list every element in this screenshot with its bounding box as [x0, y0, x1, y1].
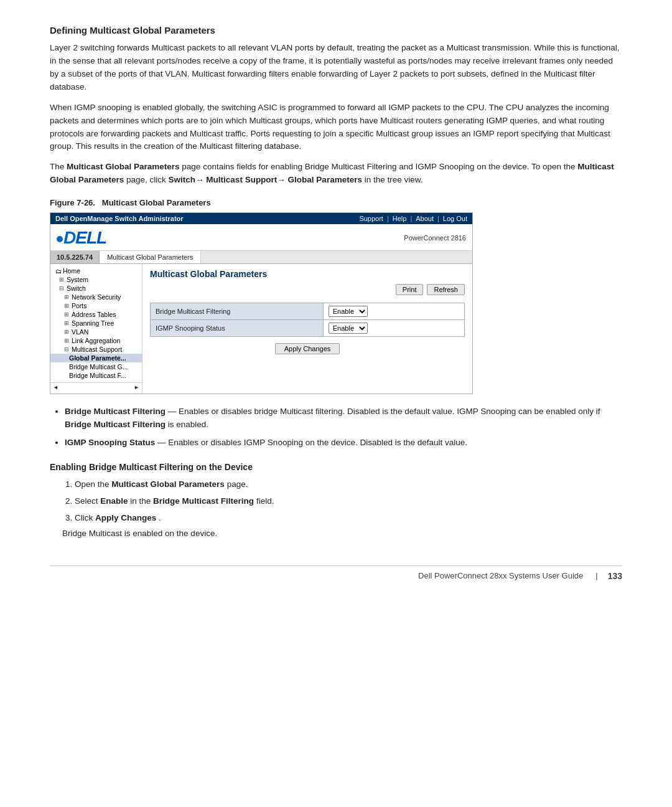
sidebar-label-link-aggregation: Link Aggregation — [72, 337, 120, 344]
powerconnect-label: PowerConnect 2816 — [404, 234, 466, 242]
sidebar-item-bridge-multicast-g[interactable]: Bridge Multicast G... — [50, 362, 142, 371]
form-value-bridge-multicast[interactable]: Enable Disable — [323, 303, 464, 320]
tab-bar: 10.5.225.74 Multicast Global Parameters — [50, 251, 472, 264]
top-bar-support[interactable]: Support — [359, 215, 383, 222]
sidebar-item-bridge-multicast-f[interactable]: Bridge Multicast F... — [50, 371, 142, 380]
bullet-list: Bridge Multicast Filtering — Enables or … — [65, 405, 622, 450]
expand-icon-system: ⊞ — [59, 276, 64, 283]
bullet-bold-1b: Bridge Multicast Filtering — [65, 420, 166, 429]
dell-logo: DELL — [57, 228, 106, 248]
form-table: Bridge Multicast Filtering Enable Disabl… — [150, 303, 465, 337]
sidebar-item-spanning-tree[interactable]: ⊞ Spanning Tree — [50, 319, 142, 328]
panel-buttons: Print Refresh — [150, 284, 465, 295]
top-bar-sep3: | — [437, 215, 439, 222]
sidebar-label-address-tables: Address Tables — [72, 311, 116, 318]
expand-icon-address-tables: ⊞ — [64, 311, 69, 318]
bullet-text-1b: is enabled. — [168, 420, 208, 429]
para3-end: in the tree view. — [362, 175, 423, 184]
sidebar-label-bridge-multicast-f: Bridge Multicast F... — [69, 372, 126, 379]
sidebar-item-vlan[interactable]: ⊞ VLAN — [50, 328, 142, 336]
bullet-item-1: Bridge Multicast Filtering — Enables or … — [65, 405, 622, 432]
bridge-multicast-select[interactable]: Enable Disable — [329, 306, 368, 317]
step-2: Select Enable in the Bridge Multicast Fi… — [75, 495, 622, 508]
paragraph-1: Layer 2 switching forwards Multicast pac… — [50, 42, 622, 94]
sidebar-label-vlan: VLAN — [72, 328, 88, 336]
paragraph-2: When IGMP snooping is enabled globally, … — [50, 101, 622, 154]
sidebar-item-address-tables[interactable]: ⊞ Address Tables — [50, 310, 142, 319]
top-bar-about[interactable]: About — [416, 215, 434, 222]
bullet-bold-2: IGMP Snooping Status — [65, 438, 155, 447]
sidebar-label-bridge-multicast-g: Bridge Multicast G... — [69, 363, 128, 370]
sidebar-item-multicast-support[interactable]: ⊟ Multicast Support — [50, 345, 142, 354]
sidebar-label-switch: Switch — [67, 285, 86, 292]
step3-suffix: . — [159, 513, 161, 522]
sidebar-label-network-security: Network Security — [72, 293, 121, 301]
bullet-item-2: IGMP Snooping Status — Enables or disabl… — [65, 437, 622, 450]
step-3: Click Apply Changes . Bridge Multicast i… — [75, 512, 622, 540]
tab-ip: 10.5.225.74 — [50, 251, 100, 263]
main-panel: Multicast Global Parameters Print Refres… — [142, 264, 472, 394]
footer-separator: | — [595, 571, 597, 580]
sidebar-item-home[interactable]: 🗂 Home — [50, 267, 142, 275]
top-bar-logout[interactable]: Log Out — [443, 215, 467, 222]
expand-icon-ports: ⊞ — [64, 303, 69, 309]
top-bar-links[interactable]: Support | Help | About | Log Out — [359, 215, 467, 222]
sidebar-label-multicast-support: Multicast Support — [72, 346, 122, 353]
sidebar-item-system[interactable]: ⊞ System — [50, 275, 142, 284]
page-footer: Dell PowerConnect 28xx Systems User Guid… — [50, 565, 622, 581]
sidebar-item-global-params[interactable]: Global Paramete... — [50, 354, 142, 362]
igmp-snooping-select[interactable]: Enable Disable — [329, 323, 368, 334]
scroll-right-arrow[interactable]: ► — [134, 384, 139, 390]
step1-suffix: page. — [227, 479, 248, 489]
expand-icon-vlan: ⊞ — [64, 329, 69, 335]
sidebar-label-system: System — [67, 276, 88, 283]
sidebar-label-ports: Ports — [72, 302, 87, 309]
refresh-button[interactable]: Refresh — [427, 284, 465, 295]
figure-label: Figure 7-26. Multicast Global Parameters — [50, 198, 622, 207]
form-row-bridge-multicast: Bridge Multicast Filtering Enable Disabl… — [151, 303, 465, 320]
print-button[interactable]: Print — [396, 284, 424, 295]
bullet-bold-1: Bridge Multicast Filtering — [65, 407, 166, 416]
para3-mid2: page, click — [124, 175, 168, 184]
step2-bold1: Enable — [100, 496, 128, 506]
collapse-icon-switch: ⊟ — [59, 285, 64, 291]
step1-bold: Multicast Global Parameters — [111, 479, 225, 489]
header-area: DELL PowerConnect 2816 — [50, 224, 472, 251]
step2-suffix: field. — [256, 496, 274, 506]
step2-prefix: Select — [75, 496, 100, 506]
apply-btn-row: Apply Changes — [150, 343, 465, 354]
tab-active[interactable]: Multicast Global Parameters — [100, 251, 201, 263]
para3-mid1: page contains fields for enabling Bridge… — [180, 162, 578, 171]
step1-prefix: Open the — [75, 479, 111, 489]
sidebar-item-ports[interactable]: ⊞ Ports — [50, 301, 142, 310]
step3-prefix: Click — [75, 513, 95, 522]
top-bar-help[interactable]: Help — [393, 215, 407, 222]
sidebar: 🗂 Home ⊞ System ⊟ Switch ⊞ Network Secur… — [50, 264, 142, 394]
form-label-bridge-multicast: Bridge Multicast Filtering — [151, 303, 324, 320]
folder-icon: 🗂 — [55, 268, 62, 275]
top-bar-sep1: | — [387, 215, 389, 222]
sidebar-item-link-aggregation[interactable]: ⊞ Link Aggregation — [50, 336, 142, 345]
para3-prefix: The — [50, 162, 67, 171]
footer-text: Dell PowerConnect 28xx Systems User Guid… — [418, 571, 583, 580]
scroll-left-arrow[interactable]: ◄ — [53, 384, 58, 390]
page-number: 133 — [608, 571, 622, 581]
top-bar: Dell OpenManage Switch Administrator Sup… — [50, 213, 472, 224]
enabling-section-title: Enabling Bridge Multicast Filtering on t… — [50, 462, 622, 472]
expand-icon-network-security: ⊞ — [64, 294, 69, 300]
expand-icon-link-aggregation: ⊞ — [64, 337, 69, 344]
form-row-igmp-snooping: IGMP Snooping Status Enable Disable — [151, 320, 465, 337]
collapse-icon-multicast: ⊟ — [64, 346, 69, 352]
paragraph-3: The Multicast Global Parameters page con… — [50, 161, 622, 187]
step2-bold2: Bridge Multicast Filtering — [153, 496, 254, 506]
sidebar-scroll-row: ◄ ► — [50, 382, 142, 391]
apply-changes-button[interactable]: Apply Changes — [275, 343, 340, 354]
sidebar-label-home: Home — [63, 267, 80, 275]
top-bar-sep2: | — [410, 215, 412, 222]
sidebar-item-switch[interactable]: ⊟ Switch — [50, 284, 142, 293]
para3-bold1: Multicast Global Parameters — [67, 162, 180, 171]
section-title: Defining Multicast Global Parameters — [50, 25, 622, 35]
step2-mid: in the — [130, 496, 153, 506]
form-value-igmp-snooping[interactable]: Enable Disable — [323, 320, 464, 337]
sidebar-item-network-security[interactable]: ⊞ Network Security — [50, 293, 142, 301]
